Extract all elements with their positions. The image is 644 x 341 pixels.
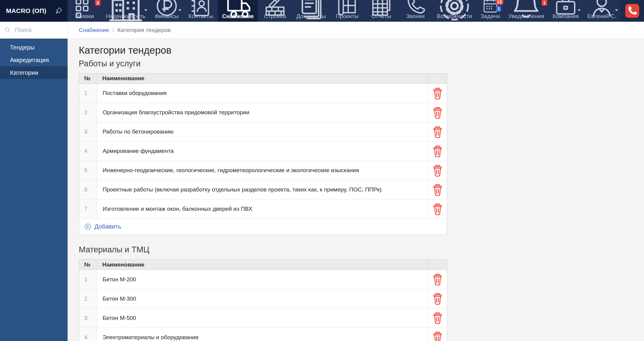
spreadsheet-icon — [368, 0, 394, 12]
table-row: 4 Электроматериалы и оборудование — [79, 328, 447, 341]
column-header-num: № — [79, 73, 97, 84]
delete-button[interactable] — [428, 308, 447, 327]
sidebar-item-akkreditaciya[interactable]: Аккредитация — [0, 54, 68, 66]
row-number: 2 — [79, 103, 97, 122]
row-name: Изготовление и монтаж окон, балконных дв… — [97, 199, 428, 219]
pin-icon[interactable] — [55, 7, 63, 15]
trash-icon — [429, 162, 446, 178]
trash-icon — [429, 310, 446, 326]
delete-button[interactable] — [428, 289, 447, 308]
sidebar-search — [0, 22, 68, 39]
chevron-down-icon — [578, 9, 581, 11]
nav-item-otchety[interactable]: Отчёты — [364, 0, 398, 22]
table-row: 4 Армирование фундамента — [79, 141, 447, 161]
column-header-actions — [428, 260, 447, 270]
delete-button[interactable] — [428, 84, 447, 103]
trash-icon — [429, 201, 446, 217]
sidebar-item-tendery[interactable]: Тендеры — [0, 41, 68, 54]
documents-icon — [296, 0, 326, 12]
table-row: 7 Изготовление и монтаж окон, балконных … — [79, 199, 447, 219]
delete-button[interactable] — [428, 122, 447, 141]
row-number: 6 — [79, 180, 97, 199]
add-button-label: Добавить — [94, 223, 121, 230]
nav-item-uvedomleniya[interactable]: 1 Уведомления — [504, 0, 548, 22]
sidebar-menu: Тендеры Аккредитация Категории — [0, 39, 68, 79]
chevron-down-icon — [144, 9, 147, 11]
bell-icon: 1 — [508, 0, 544, 12]
row-number: 4 — [79, 141, 97, 161]
trash-icon — [429, 104, 446, 121]
add-row: Добавить — [79, 219, 447, 235]
phone-block — [620, 0, 644, 22]
sidebar-item-label: Категории — [10, 69, 38, 76]
breadcrumb: Снабжение / Категории тендеров — [68, 22, 644, 39]
add-category-button[interactable]: Добавить — [84, 223, 121, 231]
count-badge: 12 — [496, 0, 504, 5]
column-header-num: № — [79, 260, 97, 270]
sidebar: Тендеры Аккредитация Категории — [0, 22, 68, 341]
trash-icon — [429, 329, 446, 341]
nav-item-user[interactable]: Евгений С. — [583, 0, 620, 22]
trash-icon — [429, 290, 446, 307]
row-number: 2 — [79, 289, 97, 308]
column-header-actions — [428, 73, 447, 84]
table-header-row: № Наименование — [79, 260, 447, 270]
top-navbar: MACRO (ОП) 2 Заявки Недвижимость Финансы… — [0, 0, 644, 22]
call-button[interactable] — [625, 4, 639, 18]
nav-item-nedvizhimost[interactable]: Недвижимость — [102, 0, 150, 22]
contacts-icon — [188, 0, 214, 12]
row-name: Организация благоустройства придомовой т… — [97, 103, 428, 122]
search-icon — [4, 27, 11, 33]
section-title: Работы и услуги — [79, 59, 632, 68]
nav-item-zadachi[interactable]: 12 1 Задачи — [477, 0, 504, 22]
breadcrumb-link[interactable]: Снабжение — [79, 27, 109, 33]
sidebar-item-label: Аккредитация — [10, 57, 49, 64]
delete-button[interactable] — [428, 161, 447, 180]
nav-item-vozmozhnosti[interactable]: Возможности — [432, 0, 477, 22]
breadcrumb-current: Категории тендеров — [117, 27, 171, 33]
page-title: Категории тендеров — [79, 45, 632, 56]
row-name: Работы по бетонированию — [97, 122, 428, 141]
sidebar-item-kategorii[interactable]: Категории — [0, 66, 68, 79]
delete-button[interactable] — [428, 103, 447, 122]
delete-button[interactable] — [428, 142, 447, 160]
nav-item-dokumenty[interactable]: Документы — [292, 0, 330, 22]
user-icon — [587, 0, 616, 12]
row-name: Проектные работы (включая разработку отд… — [97, 180, 428, 199]
sidebar-item-label: Тендеры — [10, 44, 35, 51]
table-row: 2 Организация благоустройства придомовой… — [79, 103, 447, 122]
nav-item-finansy[interactable]: Финансы — [150, 0, 184, 22]
row-name: Армирование фундамента — [97, 141, 428, 161]
delete-button[interactable] — [428, 200, 447, 218]
nav-item-kontakty[interactable]: Контакты — [184, 0, 218, 22]
row-name: Бетон М-300 — [97, 289, 428, 308]
breadcrumb-separator: / — [112, 27, 114, 33]
row-name: Бетон М-500 — [97, 308, 428, 328]
nav-item-stroyka[interactable]: Стройка — [258, 0, 292, 22]
delete-button[interactable] — [428, 180, 447, 199]
nav-item-kompaniya[interactable]: Компания — [548, 0, 583, 22]
works-services-table: № Наименование 1 Поставки оборудования 2… — [79, 73, 447, 235]
nav-item-zvonki[interactable]: Звонки — [398, 0, 432, 22]
row-name: Инженерно-геодезические, геологические, … — [97, 161, 428, 180]
delete-button[interactable] — [428, 270, 447, 289]
row-number: 3 — [79, 122, 97, 141]
row-number: 7 — [79, 199, 97, 219]
table-row: 1 Поставки оборудования — [79, 84, 447, 103]
main-content: Категории тендеров Работы и услуги № Наи… — [68, 39, 644, 341]
search-input[interactable] — [14, 26, 63, 34]
nav-item-snabzhenie[interactable]: Снабжение — [218, 0, 258, 22]
phone-icon — [403, 0, 428, 12]
trash-icon — [429, 182, 446, 198]
row-number: 1 — [79, 84, 97, 103]
row-name: Бетон М-200 — [97, 270, 428, 289]
row-number: 1 — [79, 270, 97, 289]
section-works-services: Работы и услуги № Наименование 1 Поставк… — [79, 59, 632, 235]
chevron-down-icon — [615, 9, 618, 11]
table-row: 3 Бетон М-500 — [79, 308, 447, 328]
delete-button[interactable] — [428, 328, 447, 341]
row-name: Электроматериалы и оборудование — [97, 328, 428, 341]
trash-icon — [429, 143, 446, 159]
nav-item-proekty[interactable]: Проекты — [330, 0, 364, 22]
nav-item-zayavki[interactable]: 2 Заявки — [68, 0, 102, 22]
